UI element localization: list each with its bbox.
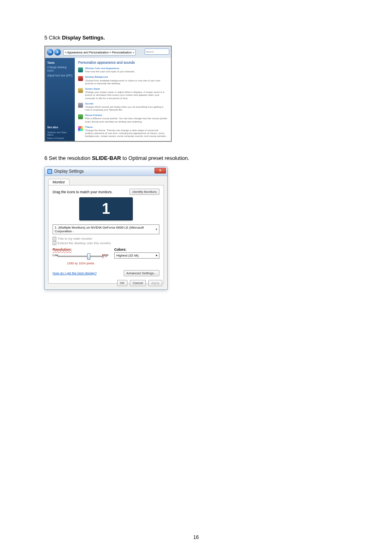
advanced-settings-button[interactable]: Advanced Settings... [124, 270, 159, 276]
checkbox-extend: ✓ [53, 241, 56, 245]
step-6-text: 6 Set the resolution SLIDE-BAR to Optima… [44, 155, 348, 162]
window-color-icon [78, 67, 83, 72]
sidebar: Tasks Change desktop icons Adjust font s… [45, 58, 75, 142]
desc-mouse: Pick a different mouse pointer. You can … [85, 117, 167, 123]
desc-sounds: Change which sounds are heard when you d… [85, 106, 164, 111]
back-button[interactable] [47, 49, 53, 56]
sidebar-ease-link[interactable]: Ease of Access [47, 137, 73, 139]
address-bar[interactable]: « Appearance and Personalization » Perso… [63, 49, 136, 56]
sidebar-link-desktop-icons[interactable]: Change desktop icons [47, 66, 73, 72]
display-icon [47, 169, 52, 174]
monitor-dropdown-value: 1. (Multiple Monitors) on NVIDIA GeForce… [55, 226, 156, 233]
monitor-preview[interactable]: 1 [79, 197, 133, 220]
resolution-label: Resolution: [53, 247, 108, 252]
breadcrumb: « Appearance and Personalization » Perso… [65, 51, 131, 54]
item-sounds: SoundsChange which sounds are heard when… [78, 102, 168, 112]
ok-button[interactable]: OK [117, 280, 128, 286]
chevron-down-icon: ▾ [156, 228, 157, 231]
link-screensaver[interactable]: Screen Saver [85, 88, 168, 90]
item-display-settings: Display SettingsAdjust your monitor reso… [78, 141, 168, 142]
item-window-color: Window Color and AppearanceFine tune the… [78, 67, 168, 73]
dialog-title: Display Settings [54, 169, 84, 173]
screensaver-icon [78, 88, 83, 93]
dialog-titlebar: Display Settings X [45, 167, 167, 176]
display-settings-icon [78, 141, 83, 142]
explorer-toolbar: « Appearance and Personalization » Perso… [45, 46, 171, 58]
step-6-pre: Set the resolution [47, 155, 92, 161]
desc-theme: Change the theme. Themes can change a wi… [85, 129, 166, 137]
forward-button[interactable] [54, 49, 61, 56]
step-6-period: . [188, 155, 189, 161]
item-screensaver: Screen SaverChange your screen saver or … [78, 88, 168, 100]
item-theme: ThemeChange the theme. Themes can change… [78, 126, 168, 138]
monitor-dropdown[interactable]: 1. (Multiple Monitors) on NVIDIA GeForce… [53, 224, 159, 234]
desc-desktop-bg: Choose from available backgrounds or col… [85, 79, 160, 85]
main-heading: Personalize appearance and sounds [78, 60, 168, 65]
help-link[interactable]: How do I get the best display? [53, 271, 97, 275]
screenshot-display-settings: Display Settings X Monitor Drag the icon… [44, 166, 168, 290]
desktop-bg-icon [78, 76, 83, 81]
close-button[interactable]: X [154, 168, 166, 173]
mouse-icon [78, 114, 83, 119]
checkbox-main-monitor-label: This is my main monitor [58, 237, 92, 240]
checkbox-main-monitor-row: ✓ This is my main monitor [53, 237, 159, 240]
desc-screensaver: Change your screen saver or adjust when … [85, 91, 164, 99]
item-desktop-bg: Desktop BackgroundChoose from available … [78, 76, 168, 85]
checkbox-extend-row: ✓ Extend the desktop onto this monitor [53, 241, 159, 245]
page-number: 16 [193, 534, 198, 540]
sidebar-link-adjust-font[interactable]: Adjust font size (DPI) [47, 74, 73, 77]
desc-window-color: Fine tune the color and style of your wi… [85, 70, 135, 73]
chevron-down-icon: ▾ [156, 254, 157, 257]
link-theme[interactable]: Theme [85, 126, 168, 129]
link-window-color[interactable]: Window Color and Appearance [85, 67, 135, 70]
drag-instruction: Drag the icons to match your monitors. [53, 190, 113, 194]
sounds-icon [78, 103, 83, 108]
step-5-bold: Display Settings. [62, 35, 105, 41]
link-sounds[interactable]: Sounds [85, 102, 168, 105]
sidebar-seealso-heading: See also [47, 126, 73, 129]
sidebar-tasks-heading: Tasks [47, 61, 73, 64]
resolution-value: 1280 by 1024 pixels [53, 261, 108, 265]
chevron-down-icon: ▾ [133, 51, 134, 54]
cancel-button[interactable]: Cancel [130, 280, 146, 286]
search-input[interactable]: Search [145, 49, 169, 55]
step-5-text: 5 Click Display Settings. [44, 35, 348, 41]
theme-icon [78, 126, 83, 131]
colors-dropdown-value: Highest (32 bit) [116, 254, 138, 257]
apply-button: Apply [148, 280, 162, 286]
link-display-settings[interactable]: Display Settings [85, 141, 168, 142]
step-6-bold: SLIDE-BAR [92, 155, 121, 161]
tab-monitor[interactable]: Monitor [48, 179, 69, 185]
step-5-pre: Click [47, 35, 62, 41]
identify-monitors-button[interactable]: Identify Monitors [129, 189, 159, 195]
item-mouse: Mouse PointersPick a different mouse poi… [78, 114, 168, 123]
resolution-slider[interactable]: Low High [53, 252, 108, 261]
checkbox-main-monitor: ✓ [53, 237, 56, 240]
link-desktop-bg[interactable]: Desktop Background [85, 76, 168, 79]
sidebar-taskbar-link[interactable]: Taskbar and Start Menu [47, 131, 73, 136]
screenshot-personalization: Control Panel « Appearance and Personali… [44, 46, 172, 142]
monitor-panel: Drag the icons to match your monitors. I… [48, 185, 164, 284]
colors-dropdown[interactable]: Highest (32 bit) ▾ [114, 252, 159, 259]
slider-high-label: High [102, 253, 108, 257]
step-6-post: to Optimal preset resolution [121, 155, 188, 161]
search-placeholder: Search [146, 51, 154, 53]
link-mouse[interactable]: Mouse Pointers [85, 114, 168, 117]
main-panel: Personalize appearance and sounds Window… [75, 58, 171, 142]
colors-label: Colors: [114, 247, 159, 252]
checkbox-extend-label: Extend the desktop onto this monitor [58, 241, 111, 245]
